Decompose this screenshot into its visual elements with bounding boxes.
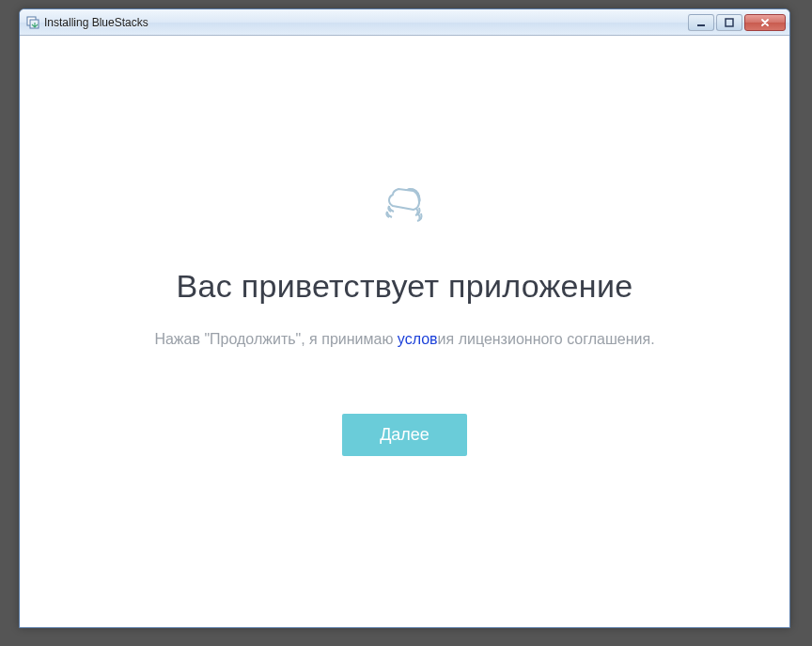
svg-rect-3 xyxy=(726,19,733,26)
installer-content: Вас приветствует приложение Нажав "Продо… xyxy=(20,36,789,627)
welcome-heading: Вас приветствует приложение xyxy=(177,268,633,305)
close-button[interactable] xyxy=(744,14,786,31)
license-text: Нажав "Продолжить", я принимаю условия л… xyxy=(154,331,654,348)
license-text-before: Нажав "Продолжить", я принимаю xyxy=(154,331,397,347)
window-title: Installing BlueStacks xyxy=(44,16,688,29)
license-text-after: ия лицензионного соглашения. xyxy=(438,331,655,347)
minimize-icon xyxy=(695,17,707,28)
window-controls xyxy=(688,14,786,31)
close-icon xyxy=(758,17,772,28)
license-link[interactable]: услов xyxy=(398,331,438,347)
titlebar: Installing BlueStacks xyxy=(20,9,789,36)
maximize-button[interactable] xyxy=(716,14,742,31)
bluestacks-logo-icon xyxy=(372,170,438,240)
svg-rect-2 xyxy=(697,24,705,26)
maximize-icon xyxy=(724,17,735,28)
installer-icon xyxy=(25,15,40,30)
next-button[interactable]: Далее xyxy=(342,414,467,456)
installer-window: Installing BlueStacks xyxy=(19,8,790,628)
minimize-button[interactable] xyxy=(688,14,714,31)
